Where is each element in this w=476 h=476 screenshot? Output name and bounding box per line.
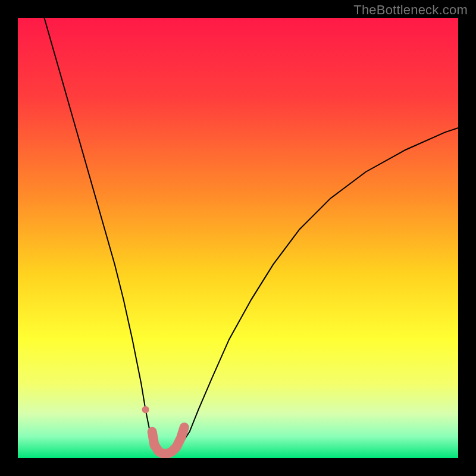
watermark-label: TheBottleneck.com bbox=[353, 2, 468, 18]
chart-plot-area bbox=[18, 18, 458, 458]
highlight-dot bbox=[142, 406, 149, 414]
marker-layer bbox=[142, 406, 149, 414]
gradient-background bbox=[18, 18, 458, 458]
chart-svg bbox=[18, 18, 458, 458]
chart-frame: TheBottleneck.com bbox=[0, 0, 476, 476]
